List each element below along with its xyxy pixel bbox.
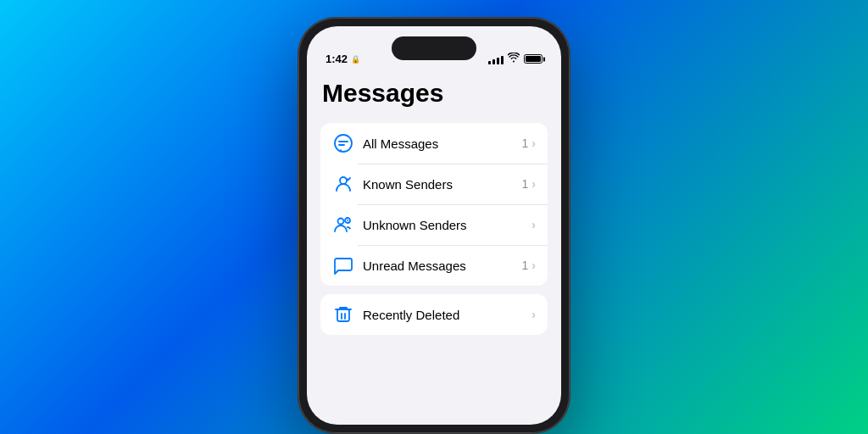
all-messages-label: All Messages (363, 136, 522, 151)
time-label: 1:42 (326, 53, 348, 65)
svg-point-0 (335, 135, 352, 152)
known-senders-badge: 1 (522, 177, 529, 191)
all-messages-item[interactable]: All Messages 1 › (320, 123, 548, 164)
known-senders-item[interactable]: Known Senders 1 › (320, 164, 548, 204)
trash-icon (332, 303, 354, 326)
svg-point-2 (338, 219, 344, 225)
wifi-icon (508, 53, 520, 65)
unknown-senders-icon (332, 214, 354, 236)
svg-point-1 (340, 177, 347, 184)
unknown-senders-label: Unknown Senders (363, 218, 528, 232)
status-icons (488, 53, 542, 65)
main-filters-group: All Messages 1 › Known S (320, 123, 548, 286)
battery-icon (524, 54, 542, 64)
phone-wrapper: 1:42 🔒 (298, 18, 570, 433)
recently-deleted-label: Recently Deleted (363, 308, 528, 322)
unread-messages-badge: 1 (522, 259, 529, 272)
screen-content: Messages All Messages 1 (307, 70, 561, 425)
unread-messages-label: Unread Messages (363, 259, 522, 273)
page-title: Messages (320, 79, 548, 108)
all-messages-chevron: › (531, 136, 536, 150)
unread-messages-icon (332, 254, 354, 276)
recently-deleted-item[interactable]: Recently Deleted › (320, 294, 548, 335)
known-senders-icon (332, 173, 354, 195)
recently-deleted-chevron: › (531, 308, 536, 321)
all-messages-badge: 1 (522, 136, 529, 150)
unknown-senders-chevron: › (531, 218, 536, 231)
unread-messages-chevron: › (531, 259, 536, 272)
unknown-senders-item[interactable]: Unknown Senders › (320, 204, 548, 245)
phone-frame: 1:42 🔒 (298, 18, 570, 433)
unread-messages-item[interactable]: Unread Messages 1 › (320, 245, 548, 286)
known-senders-label: Known Senders (363, 177, 522, 192)
signal-icon (488, 54, 504, 64)
status-time: 1:42 🔒 (326, 53, 360, 65)
lock-icon: 🔒 (351, 55, 360, 64)
svg-rect-4 (337, 309, 349, 321)
secondary-filters-group: Recently Deleted › (320, 294, 548, 335)
known-senders-chevron: › (531, 177, 536, 191)
dynamic-island (392, 36, 476, 60)
phone-screen: 1:42 🔒 (307, 26, 561, 425)
all-messages-icon (332, 132, 354, 154)
